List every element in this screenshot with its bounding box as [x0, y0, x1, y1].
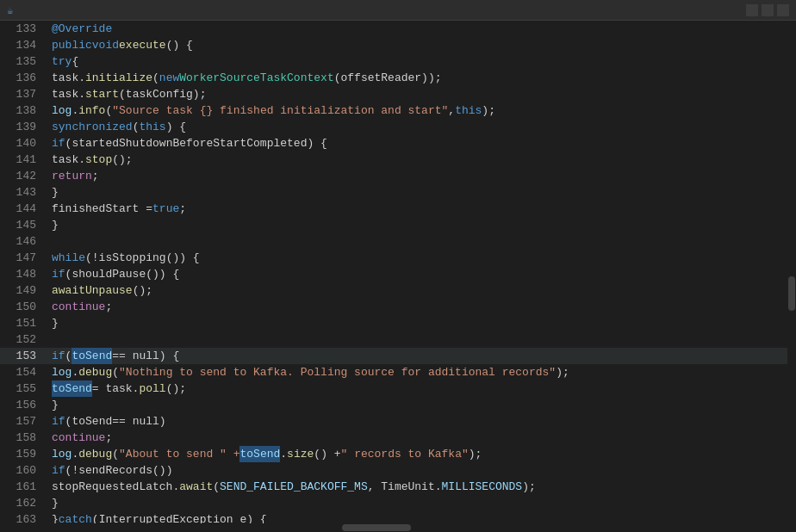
code-token: (shouldPause()) { — [65, 266, 180, 282]
code-token: size — [287, 446, 314, 462]
code-token: ( — [112, 364, 119, 380]
code-token: if — [52, 135, 65, 152]
line-number: 137 — [0, 86, 45, 102]
line-number: 159 — [0, 446, 45, 462]
code-token: await — [179, 479, 213, 495]
line-number: 149 — [0, 282, 45, 299]
line-number: 142 — [0, 168, 45, 184]
code-token: new — [159, 70, 179, 86]
line-number: 133 — [0, 21, 45, 37]
code-line: task.stop(); — [45, 152, 796, 168]
close-button[interactable] — [777, 4, 789, 16]
code-content[interactable]: @Override public void execute() { try { … — [45, 21, 796, 532]
line-number: 147 — [0, 250, 45, 266]
code-token: awaitUnpause — [52, 282, 133, 299]
code-line: synchronized (this) { — [45, 119, 796, 135]
line-number: 144 — [0, 201, 45, 217]
code-token: (startedShutdownBeforeStartCompleted) { — [65, 135, 327, 152]
code-token: SEND_FAILED_BACKOFF_MS — [220, 479, 368, 495]
line-number: 146 — [0, 233, 45, 250]
code-line: if (toSend == null) — [45, 413, 796, 430]
file-icon: ☕ — [7, 4, 19, 16]
line-number: 154 — [0, 364, 45, 380]
code-line — [45, 233, 796, 250]
scrollbar-thumb-v[interactable] — [788, 276, 795, 311]
code-token: " records to Kafka" — [341, 446, 469, 462]
code-token: (); — [133, 282, 152, 299]
code-token: synchronized — [52, 119, 133, 135]
code-token: ); — [469, 446, 482, 462]
code-token: toSend — [239, 446, 280, 462]
editor-area: 1331341351361371381391401411421431441451… — [0, 21, 796, 532]
code-token: } — [52, 184, 59, 201]
code-token: ); — [522, 479, 536, 495]
line-number: 135 — [0, 53, 45, 70]
code-token: . — [280, 446, 287, 462]
code-token: if — [52, 413, 65, 430]
code-line: } — [45, 315, 796, 331]
code-token: } — [52, 397, 59, 413]
window-controls — [746, 4, 789, 16]
line-number: 162 — [0, 495, 45, 511]
code-line: public void execute() { — [45, 37, 796, 53]
line-number: 139 — [0, 119, 45, 135]
code-token: (); — [166, 380, 186, 397]
line-number: 153 — [0, 348, 45, 364]
code-token: (taskConfig); — [119, 86, 206, 102]
code-token: ( — [105, 102, 112, 119]
code-token: stopRequestedLatch. — [52, 479, 179, 495]
line-number: 136 — [0, 70, 45, 86]
line-number: 155 — [0, 380, 45, 397]
code-token: task. — [52, 152, 85, 168]
code-line: } — [45, 184, 796, 201]
horizontal-scrollbar[interactable] — [45, 523, 787, 532]
code-token: (!sendRecords()) — [65, 462, 173, 479]
line-number: 140 — [0, 135, 45, 152]
code-line: log.info("Source task {} finished initia… — [45, 102, 796, 119]
code-token: ( — [152, 70, 159, 86]
code-line: try { — [45, 53, 796, 70]
code-line: toSend = task.poll(); — [45, 380, 796, 397]
code-line: return; — [45, 168, 796, 184]
code-line: task.initialize(new WorkerSourceTaskCont… — [45, 70, 796, 86]
code-token: return — [52, 168, 92, 184]
code-token: log — [52, 364, 72, 380]
line-number: 158 — [0, 430, 45, 446]
line-number: 134 — [0, 37, 45, 53]
line-number: 152 — [0, 331, 45, 348]
code-token: this — [455, 102, 482, 119]
code-token: == null) — [112, 413, 165, 430]
line-number: 160 — [0, 462, 45, 479]
code-token: this — [139, 119, 165, 135]
code-token: , — [448, 102, 455, 119]
code-token: debug — [78, 446, 112, 462]
code-line: task.start(taskConfig); — [45, 86, 796, 102]
code-line — [45, 331, 796, 348]
code-token: task. — [52, 70, 85, 86]
maximize-button[interactable] — [762, 4, 774, 16]
title-bar: ☕ — [0, 0, 796, 21]
code-token: ; — [105, 430, 112, 446]
code-token: true — [152, 201, 179, 217]
code-token: continue — [52, 299, 105, 315]
line-number: 161 — [0, 479, 45, 495]
code-token: ; — [179, 201, 186, 217]
code-line: stopRequestedLatch.await(SEND_FAILED_BAC… — [45, 479, 796, 495]
line-number: 157 — [0, 413, 45, 430]
code-token: ); — [482, 102, 495, 119]
code-token: log — [52, 446, 72, 462]
minimize-button[interactable] — [746, 4, 758, 16]
line-number: 145 — [0, 217, 45, 233]
code-token: ) { — [166, 119, 186, 135]
vertical-scrollbar[interactable] — [787, 21, 796, 532]
line-number: 143 — [0, 184, 45, 201]
code-token: log — [52, 102, 72, 119]
code-line: if (startedShutdownBeforeStartCompleted)… — [45, 135, 796, 152]
code-token: (!isStopping()) { — [85, 250, 200, 266]
code-token: continue — [52, 430, 105, 446]
code-line: continue; — [45, 430, 796, 446]
code-token: if — [52, 462, 65, 479]
code-line: log.debug("Nothing to send to Kafka. Pol… — [45, 364, 796, 380]
scrollbar-thumb-h[interactable] — [342, 524, 411, 531]
code-token: finishedStart = — [52, 201, 152, 217]
